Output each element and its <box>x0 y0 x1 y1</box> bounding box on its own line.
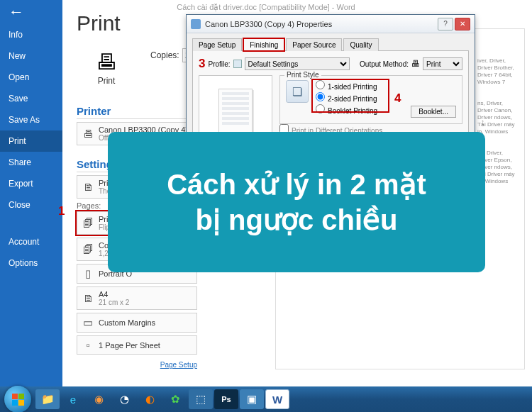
overflow-text-a: iver, Driver, Driver Brother, Driver 7 6… <box>477 57 517 86</box>
setting-icon: 🗎 <box>82 181 94 193</box>
printer-icon: 🖶 <box>77 52 135 73</box>
print-style-group: Print Style ❏ 1-sided Printing2-sided Pr… <box>279 75 462 124</box>
taskbar-app2-icon[interactable]: ▣ <box>240 389 264 409</box>
red-marker-3: 3 <box>199 57 205 71</box>
start-button[interactable] <box>4 386 31 412</box>
output-method-select[interactable]: Print <box>423 57 462 70</box>
taskbar-firefox-icon[interactable]: ◐ <box>138 389 162 409</box>
print-button-label: Print <box>77 76 135 86</box>
tab-finishing[interactable]: Finishing <box>243 38 284 51</box>
sidebar-item-share[interactable]: Share <box>0 152 62 173</box>
sidebar-item-close[interactable]: Close <box>0 194 62 216</box>
sidebar-item-save[interactable]: Save <box>0 88 62 109</box>
setting-option-6[interactable]: ▫1 Page Per Sheet <box>77 335 197 355</box>
setting-icon: ▫ <box>82 339 94 351</box>
copies-label: Copies: <box>150 50 179 60</box>
taskbar-ie-icon[interactable]: e <box>61 389 85 409</box>
taskbar-media-icon[interactable]: ◉ <box>87 389 111 409</box>
taskbar-word-icon[interactable]: W <box>265 389 289 409</box>
taskbar-photoshop-icon[interactable]: Ps <box>214 389 238 409</box>
print-method-icon: 🖶 <box>411 59 420 69</box>
taskbar-explorer-icon[interactable]: 📁 <box>35 389 60 409</box>
sidebar-item-options[interactable]: Options <box>0 252 62 274</box>
taskbar-app1-icon[interactable]: ⬚ <box>189 389 213 409</box>
overflow-text-b: ns, Driver, Driver Canon, Driver ndows, … <box>477 100 517 135</box>
print-button[interactable]: 🖶 Print <box>77 48 136 92</box>
page-setup-link[interactable]: Page Setup <box>160 361 197 369</box>
sidebar-item-account[interactable]: Account <box>0 231 62 252</box>
setting-icon: ▯ <box>82 267 94 280</box>
close-window-button[interactable]: ✕ <box>455 18 470 30</box>
setting-option-4[interactable]: 🗎A421 cm x 2 <box>77 286 197 310</box>
profile-label: Profile: <box>208 60 230 68</box>
tab-quality[interactable]: Quality <box>343 38 378 51</box>
sidebar-item-new[interactable]: New <box>0 45 62 67</box>
setting-icon: 🗎 <box>82 292 94 304</box>
highlight-rectangle <box>311 79 389 113</box>
booklet-button[interactable]: Booklet... <box>411 106 456 118</box>
dialog-app-icon <box>191 19 201 29</box>
banner-line-2: bị ngược chiều <box>196 202 398 238</box>
sidebar-item-save-as[interactable]: Save As <box>0 109 62 130</box>
sidebar-item-export[interactable]: Export <box>0 173 62 194</box>
sidebar-item-open[interactable]: Open <box>0 67 62 88</box>
taskbar-chrome-icon[interactable]: ◔ <box>112 389 136 409</box>
banner-line-1: Cách xử lý in 2 mặt <box>167 167 426 202</box>
backstage-sidebar: ← InfoNewOpenSaveSave AsPrintShareExport… <box>0 0 62 412</box>
profile-select[interactable]: Default Settings <box>245 57 350 70</box>
overlay-banner: Cách xử lý in 2 mặt bị ngược chiều <box>108 132 485 272</box>
red-marker-4: 4 <box>394 91 401 106</box>
taskbar-coccoc-icon[interactable]: ✿ <box>163 389 187 409</box>
duplex-icon: ❏ <box>286 80 309 103</box>
printer-small-icon: 🖶 <box>82 128 94 140</box>
dialog-titlebar[interactable]: Canon LBP3300 (Copy 4) Properties ? ✕ <box>187 15 475 33</box>
profile-icon <box>233 60 242 68</box>
tab-page-setup[interactable]: Page Setup <box>192 38 242 51</box>
setting-icon: 🗐 <box>82 217 94 229</box>
dialog-title: Canon LBP3300 (Copy 4) Properties <box>205 20 436 28</box>
setting-icon: ▭ <box>82 316 94 329</box>
output-method-label: Output Method: <box>360 60 409 68</box>
back-arrow-icon[interactable]: ← <box>0 0 62 24</box>
sidebar-item-info[interactable]: Info <box>0 24 62 45</box>
print-style-legend: Print Style <box>284 71 321 79</box>
setting-option-5[interactable]: ▭Custom Margins <box>77 313 197 333</box>
setting-icon: 🗐 <box>82 243 94 255</box>
tab-paper-source[interactable]: Paper Source <box>286 38 342 51</box>
windows-taskbar[interactable]: 📁 e ◉ ◔ ◐ ✿ ⬚ Ps ▣ W <box>0 386 532 412</box>
red-marker-1: 1 <box>58 204 65 218</box>
sidebar-item-print[interactable]: Print <box>0 130 62 152</box>
help-window-button[interactable]: ? <box>438 18 453 30</box>
